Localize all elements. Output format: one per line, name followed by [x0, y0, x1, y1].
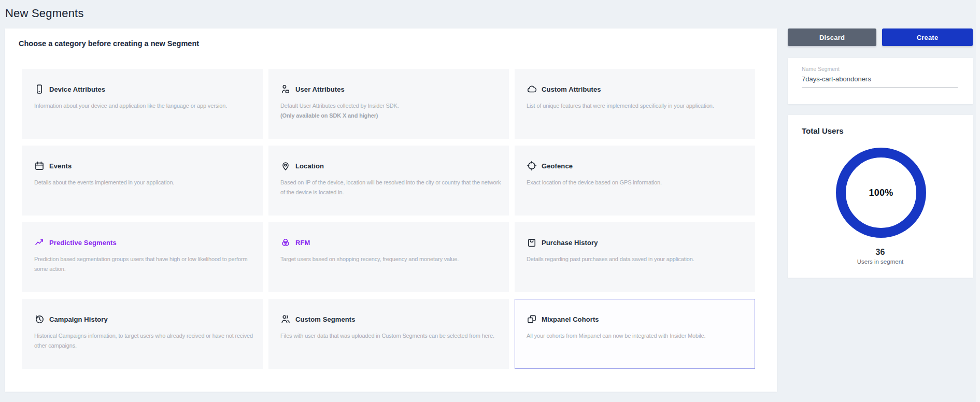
total-users-title: Total Users [802, 126, 844, 135]
category-description: List of unique features that were implem… [527, 101, 748, 111]
category-card-campaign-history[interactable]: Campaign History Historical Campaigns in… [22, 299, 263, 369]
category-description: Details regarding past purchases and dat… [527, 254, 748, 264]
category-label: Campaign History [49, 315, 108, 323]
category-label: RFM [295, 239, 310, 247]
category-label: Mixpanel Cohorts [542, 315, 599, 323]
venn-diagram-icon [280, 237, 291, 248]
category-card-head: Geofence [527, 161, 748, 171]
category-card-head: Mixpanel Cohorts [527, 314, 748, 324]
category-description: Target users based on shopping recency, … [280, 254, 502, 264]
category-card-head: Purchase History [527, 237, 748, 248]
category-label: Device Attributes [49, 85, 105, 93]
category-card-geofence[interactable]: Geofence Exact location of the device ba… [515, 146, 755, 216]
category-card-head: RFM [280, 237, 502, 248]
category-card-purchase-history[interactable]: Purchase History Details regarding past … [515, 222, 755, 292]
category-description: Default User Attributes collected by Ins… [280, 101, 502, 121]
people-icon [280, 314, 291, 324]
cohorts-link-icon [527, 314, 537, 324]
device-icon [34, 84, 45, 94]
category-card-head: Custom Segments [280, 314, 502, 324]
calendar-icon [34, 161, 45, 171]
page-title: New Segments [5, 7, 84, 20]
name-segment-label: Name Segment [802, 66, 840, 72]
category-label: Purchase History [542, 239, 598, 247]
geofence-crosshair-icon [527, 161, 537, 171]
history-clock-icon [34, 314, 45, 324]
category-label: Custom Segments [295, 315, 356, 323]
category-label: Custom Attributes [542, 85, 601, 93]
users-count-caption: Users in segment [788, 259, 973, 265]
category-label: Events [49, 162, 72, 170]
scrollbar[interactable] [976, 0, 980, 402]
user-card-icon [280, 84, 291, 94]
category-label: Predictive Segments [49, 239, 117, 247]
total-users-card: Total Users 100% 36 Users in segment [788, 115, 973, 278]
name-segment-card: Name Segment [788, 58, 973, 104]
trend-arrow-icon [34, 237, 45, 248]
category-card-location[interactable]: Location Based on IP of the device, loca… [268, 146, 509, 216]
total-users-donut-chart: 100% [836, 148, 926, 238]
create-button[interactable]: Create [882, 28, 973, 46]
category-card-custom-segments[interactable]: Custom Segments Files with user data tha… [268, 299, 509, 369]
panel-subtitle: Choose a category before creating a new … [19, 39, 199, 48]
category-description: Exact location of the device based on GP… [527, 178, 748, 188]
category-description: Details about the events implemented in … [34, 178, 256, 188]
category-label: Location [295, 162, 324, 170]
category-card-head: User Attributes [280, 84, 502, 94]
category-card-head: Campaign History [34, 314, 256, 324]
donut-percent-label: 100% [869, 188, 893, 198]
category-label: User Attributes [295, 85, 345, 93]
category-description: Historical Campaigns information, to tar… [34, 331, 256, 351]
category-grid: Device Attributes Information about your… [22, 69, 755, 369]
category-card-user-attributes[interactable]: User Attributes Default User Attributes … [268, 69, 509, 139]
shopping-bag-icon [527, 237, 537, 248]
category-panel: Choose a category before creating a new … [5, 28, 777, 392]
category-card-events[interactable]: Events Details about the events implemen… [22, 146, 263, 216]
category-description: Files with user data that was uploaded i… [280, 331, 502, 341]
category-card-predictive-segments[interactable]: Predictive Segments Prediction based seg… [22, 222, 263, 292]
category-card-head: Custom Attributes [527, 84, 748, 94]
name-segment-input[interactable] [802, 75, 958, 88]
category-card-mixpanel-cohorts[interactable]: Mixpanel Cohorts All your cohorts from M… [515, 299, 755, 369]
location-pin-icon [280, 161, 291, 171]
category-description: All your cohorts from Mixpanel can now b… [527, 331, 748, 341]
category-description: Information about your device and applic… [34, 101, 256, 111]
discard-button[interactable]: Discard [788, 28, 876, 46]
category-card-device-attributes[interactable]: Device Attributes Information about your… [22, 69, 263, 139]
category-label: Geofence [542, 162, 573, 170]
category-card-custom-attributes[interactable]: Custom Attributes List of unique feature… [515, 69, 755, 139]
category-card-rfm[interactable]: RFM Target users based on shopping recen… [268, 222, 509, 292]
cloud-icon [527, 84, 537, 94]
users-count: 36 [788, 248, 973, 257]
category-card-head: Device Attributes [34, 84, 256, 94]
category-description: Based on IP of the device, location will… [280, 178, 502, 198]
category-description: Prediction based segmentation groups use… [34, 254, 256, 275]
category-card-head: Predictive Segments [34, 237, 256, 248]
category-card-head: Events [34, 161, 256, 171]
category-card-head: Location [280, 161, 502, 171]
